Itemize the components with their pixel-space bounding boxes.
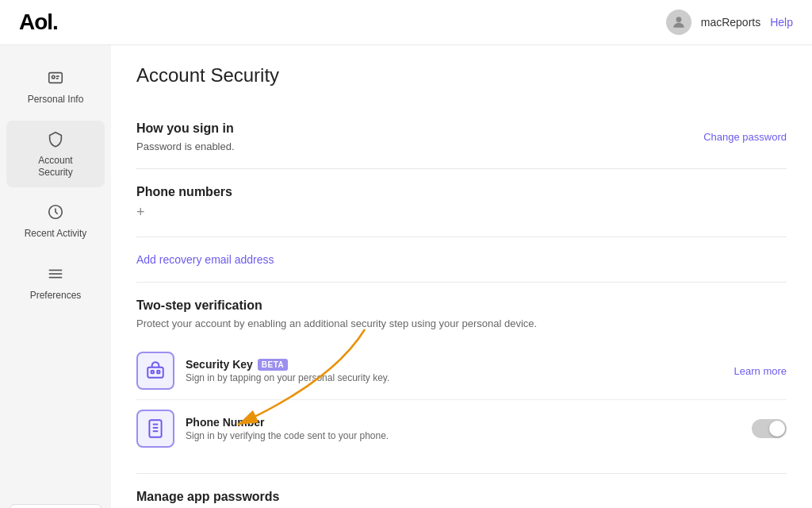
add-phone-icon[interactable]: +	[136, 204, 145, 221]
sign-in-row: How you sign in Password is enabled. Cha…	[136, 121, 787, 152]
sidebar-item-account-security[interactable]: AccountSecurity	[6, 121, 105, 187]
phone-section: Phone numbers +	[136, 169, 787, 237]
svg-rect-9	[157, 371, 159, 373]
svg-rect-7	[147, 368, 163, 378]
phone-row: +	[136, 204, 787, 221]
recovery-email-link[interactable]: Add recovery email address	[136, 253, 274, 266]
phone-number-icon-box	[136, 410, 174, 448]
phone-title: Phone numbers	[136, 185, 787, 199]
recovery-email-section: Add recovery email address	[136, 237, 787, 283]
svg-point-0	[676, 17, 681, 22]
sidebar: Personal Info AccountSecurity Recent Act…	[0, 45, 111, 508]
phone-number-item: Phone Number Sign in by verifying the co…	[136, 400, 787, 457]
beta-badge: BETA	[258, 359, 288, 371]
phone-number-info: Phone Number Sign in by verifying the co…	[186, 416, 389, 441]
sidebar-item-preferences-label: Preferences	[30, 290, 82, 301]
phone-number-left: Phone Number Sign in by verifying the co…	[136, 410, 389, 448]
aol-logo: Aol.	[19, 10, 58, 35]
sidebar-item-recent-activity-label: Recent Activity	[25, 228, 87, 239]
security-key-desc: Sign in by tapping on your personal secu…	[186, 372, 389, 383]
main-layout: Personal Info AccountSecurity Recent Act…	[0, 45, 812, 508]
header-help-link[interactable]: Help	[770, 16, 793, 29]
svg-point-2	[52, 75, 55, 79]
personal-info-icon	[47, 69, 64, 90]
sidebar-item-personal-info-label: Personal Info	[28, 94, 84, 105]
two-step-title: Two-step verification	[136, 298, 787, 313]
sign-in-section: How you sign in Password is enabled. Cha…	[136, 106, 787, 169]
sidebar-item-personal-info[interactable]: Personal Info	[6, 60, 105, 114]
svg-rect-8	[151, 371, 154, 373]
user-avatar	[666, 10, 691, 35]
preferences-icon	[47, 265, 64, 287]
account-security-icon	[47, 130, 64, 152]
sign-in-status: Password is enabled.	[136, 140, 235, 152]
security-key-item: Security Key BETA Sign in by tapping on …	[136, 342, 787, 400]
header-right: macReports Help	[666, 10, 793, 35]
sign-in-left: How you sign in Password is enabled.	[136, 121, 235, 152]
recent-activity-icon	[47, 203, 64, 225]
security-key-icon-box	[136, 352, 174, 390]
app-passwords-section: Manage app passwords iPhone Mail	[136, 474, 787, 508]
two-step-section: Two-step verification Protect your accou…	[136, 283, 787, 474]
svg-rect-1	[49, 73, 63, 83]
security-key-info: Security Key BETA Sign in by tapping on …	[186, 358, 389, 383]
page-header: Aol. macReports Help	[0, 0, 812, 45]
phone-number-desc: Sign in by verifying the code sent to yo…	[186, 430, 389, 441]
sidebar-item-preferences[interactable]: Preferences	[6, 256, 105, 310]
sidebar-item-account-security-label: AccountSecurity	[38, 155, 72, 178]
main-content: Account Security How you sign in Passwor…	[111, 45, 812, 508]
two-step-description: Protect your account by enabling an addi…	[136, 318, 787, 329]
sidebar-help: Help	[10, 504, 102, 508]
security-key-name: Security Key BETA	[186, 358, 389, 371]
phone-number-name: Phone Number	[186, 416, 389, 429]
page-title: Account Security	[136, 64, 787, 87]
sidebar-item-recent-activity[interactable]: Recent Activity	[6, 194, 105, 248]
change-password-link[interactable]: Change password	[703, 131, 787, 143]
sign-in-title: How you sign in	[136, 121, 235, 136]
sidebar-help-button[interactable]: Help	[10, 504, 102, 508]
phone-number-toggle[interactable]	[752, 419, 787, 438]
username-label: macReports	[701, 16, 760, 29]
security-key-left: Security Key BETA Sign in by tapping on …	[136, 352, 389, 390]
security-key-learn-more[interactable]: Learn more	[734, 365, 787, 377]
svg-rect-10	[149, 420, 161, 437]
app-passwords-title: Manage app passwords	[136, 490, 787, 504]
